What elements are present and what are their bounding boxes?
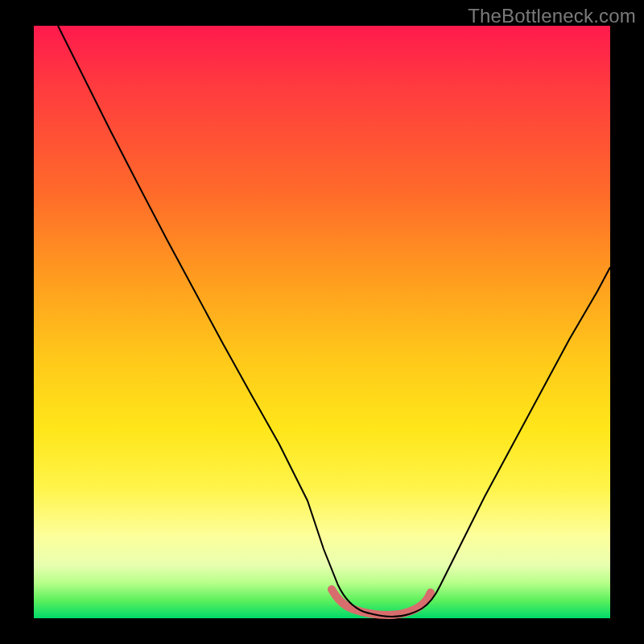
plot-area <box>34 26 610 618</box>
curve-layer <box>34 26 610 618</box>
watermark-text: TheBottleneck.com <box>468 5 636 27</box>
chart-frame: TheBottleneck.com <box>0 0 644 644</box>
bottleneck-curve <box>58 26 610 617</box>
